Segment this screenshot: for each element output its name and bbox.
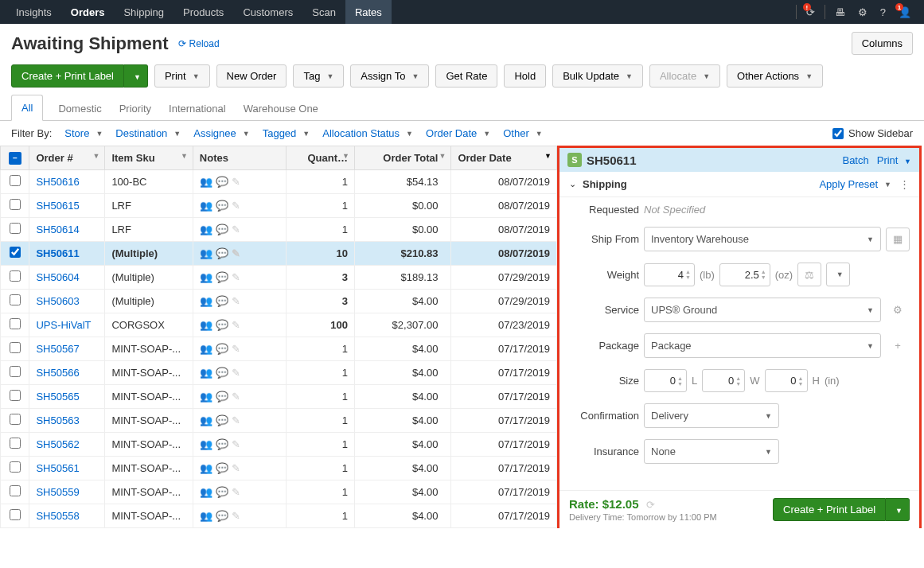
table-row[interactable]: SH50562MINT-SOAP-...👥💬✎1$4.0007/17/2019 <box>1 432 557 456</box>
edit-note-icon[interactable]: ✎ <box>232 391 240 403</box>
user-note-icon[interactable]: 👥 <box>200 462 212 474</box>
help-icon[interactable]: ? <box>874 0 892 24</box>
allocate-button[interactable]: Allocate▼ <box>649 64 720 88</box>
user-note-icon[interactable]: 👥 <box>200 486 212 498</box>
user-note-icon[interactable]: 👥 <box>200 319 212 331</box>
order-link[interactable]: SH50558 <box>36 510 79 522</box>
row-checkbox[interactable] <box>10 414 21 425</box>
table-row[interactable]: SH50603(Multiple)👥💬✎3$4.0007/29/2019 <box>1 289 557 313</box>
user-note-icon[interactable]: 👥 <box>200 247 212 259</box>
table-row[interactable]: SH50611(Multiple)👥💬✎10$210.8308/07/2019 <box>1 241 557 265</box>
filter-order-date[interactable]: Order Date▼ <box>426 127 490 139</box>
columns-button[interactable]: Columns <box>852 32 913 55</box>
bulk-update-button[interactable]: Bulk Update▼ <box>552 64 643 88</box>
row-checkbox[interactable] <box>10 175 21 186</box>
tab-all[interactable]: All <box>11 95 43 121</box>
refresh-icon[interactable]: !⟳ <box>800 0 821 24</box>
account-icon[interactable]: 1👤 <box>892 0 918 24</box>
user-note-icon[interactable]: 👥 <box>200 510 212 522</box>
user-note-icon[interactable]: 👥 <box>200 224 212 235</box>
rate-refresh-icon[interactable]: ⟳ <box>646 499 655 511</box>
confirmation-select[interactable]: Delivery▼ <box>644 403 779 428</box>
filter-allocation-status[interactable]: Allocation Status▼ <box>322 127 413 139</box>
edit-note-icon[interactable]: ✎ <box>232 319 240 331</box>
get-rate-button[interactable]: Get Rate <box>435 64 497 88</box>
table-row[interactable]: SH50567MINT-SOAP-...👥💬✎1$4.0007/17/2019 <box>1 337 557 360</box>
filter-tagged[interactable]: Tagged▼ <box>263 127 310 139</box>
tag-button[interactable]: Tag▼ <box>293 64 344 88</box>
ship-from-select[interactable]: Inventory Warehouse▼ <box>644 227 881 251</box>
service-select[interactable]: UPS® Ground▼ <box>644 298 881 322</box>
order-link[interactable]: SH50566 <box>36 367 79 379</box>
order-link[interactable]: SH50615 <box>36 200 79 212</box>
row-checkbox[interactable] <box>10 247 21 258</box>
collapse-icon[interactable]: ⌄ <box>569 179 576 189</box>
filter-assignee[interactable]: Assignee▼ <box>193 127 249 139</box>
comment-note-icon[interactable]: 💬 <box>216 391 228 403</box>
user-note-icon[interactable]: 👥 <box>200 391 212 403</box>
service-gear-icon[interactable]: ⚙ <box>886 298 910 322</box>
comment-note-icon[interactable]: 💬 <box>216 462 228 474</box>
size-h-input[interactable]: 0▲▼ <box>765 369 808 392</box>
header-qty[interactable]: Quant…▼ <box>286 146 354 170</box>
print-button[interactable]: Print▼ <box>154 64 210 88</box>
nav-customers[interactable]: Customers <box>233 0 302 24</box>
print-icon[interactable]: 🖶 <box>828 0 852 24</box>
header-notes[interactable]: Notes <box>193 146 286 170</box>
weight-oz-input[interactable]: 2.5▲▼ <box>719 263 770 286</box>
row-checkbox[interactable] <box>10 509 21 520</box>
nav-insights[interactable]: Insights <box>6 0 61 24</box>
other-actions-button[interactable]: Other Actions▼ <box>727 64 823 88</box>
comment-note-icon[interactable]: 💬 <box>216 414 228 426</box>
edit-note-icon[interactable]: ✎ <box>232 224 240 235</box>
assign-to-button[interactable]: Assign To▼ <box>350 64 429 88</box>
row-checkbox[interactable] <box>10 294 21 305</box>
order-link[interactable]: SH50604 <box>36 271 79 283</box>
comment-note-icon[interactable]: 💬 <box>216 295 228 307</box>
stepper-icon[interactable]: ▲▼ <box>798 375 804 387</box>
comment-note-icon[interactable]: 💬 <box>216 176 228 188</box>
table-row[interactable]: SH50615LRF👥💬✎1$0.0008/07/2019 <box>1 193 557 217</box>
user-note-icon[interactable]: 👥 <box>200 295 212 307</box>
comment-note-icon[interactable]: 💬 <box>216 247 228 259</box>
header-checkbox-cell[interactable]: – <box>1 146 29 170</box>
panel-create-label-dropdown[interactable]: ▼ <box>886 498 910 521</box>
filter-other[interactable]: Other▼ <box>503 127 542 139</box>
edit-note-icon[interactable]: ✎ <box>232 510 240 522</box>
order-link[interactable]: SH50567 <box>36 343 79 355</box>
comment-note-icon[interactable]: 💬 <box>216 271 228 283</box>
table-row[interactable]: SH50561MINT-SOAP-...👥💬✎1$4.0007/17/2019 <box>1 456 557 480</box>
tab-domestic[interactable]: Domestic <box>56 95 103 121</box>
select-all-indeterminate-icon[interactable]: – <box>9 152 21 165</box>
row-checkbox[interactable] <box>10 270 21 282</box>
edit-note-icon[interactable]: ✎ <box>232 438 240 450</box>
header-date[interactable]: Order Date▼ <box>451 146 557 170</box>
filter-destination[interactable]: Destination▼ <box>115 127 181 139</box>
package-select[interactable]: Package▼ <box>644 333 881 358</box>
nav-scan[interactable]: Scan <box>302 0 345 24</box>
scale-icon[interactable]: ⚖ <box>797 263 821 286</box>
edit-note-icon[interactable]: ✎ <box>232 414 240 426</box>
edit-note-icon[interactable]: ✎ <box>232 271 240 283</box>
apply-preset-link[interactable]: Apply Preset▼ <box>819 178 891 190</box>
user-note-icon[interactable]: 👥 <box>200 343 212 355</box>
stepper-icon[interactable]: ▲▼ <box>761 269 766 280</box>
comment-note-icon[interactable]: 💬 <box>216 510 228 522</box>
row-checkbox[interactable] <box>10 485 21 496</box>
tab-priority[interactable]: Priority <box>117 95 154 121</box>
table-row[interactable]: SH50559MINT-SOAP-...👥💬✎1$4.0007/17/2019 <box>1 480 557 504</box>
user-note-icon[interactable]: 👥 <box>200 367 212 379</box>
row-checkbox[interactable] <box>10 223 21 234</box>
comment-note-icon[interactable]: 💬 <box>216 438 228 450</box>
stepper-icon[interactable]: ▲▼ <box>685 269 691 280</box>
section-menu-icon[interactable]: ⋮ <box>899 178 910 190</box>
order-link[interactable]: SH50616 <box>36 176 79 188</box>
stepper-icon[interactable]: ▲▼ <box>735 375 741 387</box>
filter-store[interactable]: Store▼ <box>64 127 103 139</box>
hold-button[interactable]: Hold <box>504 64 546 88</box>
order-link[interactable]: SH50563 <box>36 414 79 426</box>
show-sidebar-toggle[interactable]: Show Sidebar <box>832 127 913 139</box>
weight-dropdown[interactable]: ▼ <box>826 263 850 286</box>
user-note-icon[interactable]: 👥 <box>200 176 212 188</box>
edit-note-icon[interactable]: ✎ <box>232 295 240 307</box>
